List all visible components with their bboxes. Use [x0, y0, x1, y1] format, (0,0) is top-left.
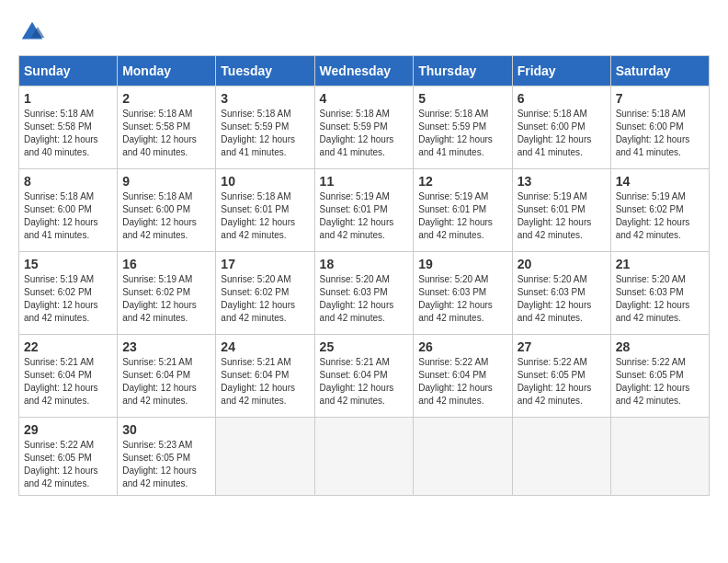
day-number: 19 [418, 257, 506, 271]
day-info: Sunrise: 5:19 AMSunset: 6:01 PMDaylight:… [518, 190, 606, 242]
day-number: 15 [24, 257, 112, 271]
calendar-cell: 14 Sunrise: 5:19 AMSunset: 6:02 PMDaylig… [610, 169, 709, 252]
day-header-thursday: Thursday [414, 56, 512, 86]
calendar-cell: 25 Sunrise: 5:21 AMSunset: 6:04 PMDaylig… [314, 335, 414, 418]
day-number: 6 [518, 91, 606, 106]
day-header-saturday: Saturday [610, 56, 709, 86]
calendar-cell: 22 Sunrise: 5:21 AMSunset: 6:04 PMDaylig… [19, 335, 118, 418]
page-header [18, 18, 710, 46]
day-info: Sunrise: 5:20 AMSunset: 6:02 PMDaylight:… [221, 273, 309, 325]
day-info: Sunrise: 5:21 AMSunset: 6:04 PMDaylight:… [320, 356, 409, 408]
day-info: Sunrise: 5:20 AMSunset: 6:03 PMDaylight:… [616, 273, 704, 325]
day-number: 22 [24, 339, 112, 354]
calendar-cell [512, 418, 610, 496]
calendar-cell: 28 Sunrise: 5:22 AMSunset: 6:05 PMDaylig… [610, 335, 709, 418]
calendar-cell: 26 Sunrise: 5:22 AMSunset: 6:04 PMDaylig… [414, 335, 512, 418]
day-info: Sunrise: 5:21 AMSunset: 6:04 PMDaylight:… [221, 356, 309, 408]
calendar-cell: 11 Sunrise: 5:19 AMSunset: 6:01 PMDaylig… [314, 169, 414, 252]
calendar-row: 8 Sunrise: 5:18 AMSunset: 6:00 PMDayligh… [19, 169, 710, 252]
day-info: Sunrise: 5:22 AMSunset: 6:04 PMDaylight:… [418, 356, 506, 408]
calendar-cell: 4 Sunrise: 5:18 AMSunset: 5:59 PMDayligh… [314, 86, 414, 169]
calendar-cell: 6 Sunrise: 5:18 AMSunset: 6:00 PMDayligh… [512, 86, 610, 169]
calendar-cell: 1 Sunrise: 5:18 AMSunset: 5:58 PMDayligh… [19, 86, 118, 169]
day-number: 21 [616, 257, 704, 271]
calendar-table: SundayMondayTuesdayWednesdayThursdayFrid… [18, 55, 710, 496]
day-info: Sunrise: 5:20 AMSunset: 6:03 PMDaylight:… [518, 273, 606, 325]
day-number: 2 [122, 91, 210, 106]
calendar-cell [216, 418, 314, 496]
day-info: Sunrise: 5:18 AMSunset: 5:58 PMDaylight:… [122, 108, 210, 159]
logo-icon [18, 18, 46, 46]
calendar-cell: 7 Sunrise: 5:18 AMSunset: 6:00 PMDayligh… [610, 86, 709, 169]
day-number: 23 [122, 339, 210, 354]
calendar-cell: 23 Sunrise: 5:21 AMSunset: 6:04 PMDaylig… [118, 335, 216, 418]
day-number: 26 [418, 339, 506, 354]
day-info: Sunrise: 5:19 AMSunset: 6:01 PMDaylight:… [418, 190, 506, 242]
calendar-row: 22 Sunrise: 5:21 AMSunset: 6:04 PMDaylig… [19, 335, 710, 418]
day-number: 11 [320, 174, 409, 189]
calendar-row: 29 Sunrise: 5:22 AMSunset: 6:05 PMDaylig… [19, 418, 710, 496]
day-info: Sunrise: 5:20 AMSunset: 6:03 PMDaylight:… [320, 273, 409, 325]
day-number: 30 [122, 422, 210, 437]
day-number: 7 [616, 91, 704, 106]
day-number: 28 [616, 339, 704, 354]
calendar-cell [314, 418, 414, 496]
calendar-cell: 15 Sunrise: 5:19 AMSunset: 6:02 PMDaylig… [19, 252, 118, 335]
calendar-cell: 8 Sunrise: 5:18 AMSunset: 6:00 PMDayligh… [19, 169, 118, 252]
day-info: Sunrise: 5:18 AMSunset: 6:01 PMDaylight:… [221, 190, 309, 242]
calendar-row: 1 Sunrise: 5:18 AMSunset: 5:58 PMDayligh… [19, 86, 710, 169]
calendar-cell: 17 Sunrise: 5:20 AMSunset: 6:02 PMDaylig… [216, 252, 314, 335]
day-number: 8 [24, 174, 112, 189]
calendar-cell: 9 Sunrise: 5:18 AMSunset: 6:00 PMDayligh… [118, 169, 216, 252]
day-info: Sunrise: 5:23 AMSunset: 6:05 PMDaylight:… [122, 439, 210, 490]
day-number: 3 [221, 91, 309, 106]
day-number: 4 [320, 91, 409, 106]
day-number: 5 [418, 91, 506, 106]
calendar-cell: 16 Sunrise: 5:19 AMSunset: 6:02 PMDaylig… [118, 252, 216, 335]
calendar-row: 15 Sunrise: 5:19 AMSunset: 6:02 PMDaylig… [19, 252, 710, 335]
day-info: Sunrise: 5:19 AMSunset: 6:02 PMDaylight:… [122, 273, 210, 325]
day-number: 18 [320, 257, 409, 271]
logo [18, 18, 50, 46]
day-info: Sunrise: 5:18 AMSunset: 5:59 PMDaylight:… [418, 108, 506, 159]
day-info: Sunrise: 5:18 AMSunset: 6:00 PMDaylight:… [616, 108, 704, 159]
day-info: Sunrise: 5:22 AMSunset: 6:05 PMDaylight:… [518, 356, 606, 408]
calendar-cell: 5 Sunrise: 5:18 AMSunset: 5:59 PMDayligh… [414, 86, 512, 169]
day-info: Sunrise: 5:18 AMSunset: 6:00 PMDaylight:… [518, 108, 606, 159]
day-number: 10 [221, 174, 309, 189]
day-info: Sunrise: 5:18 AMSunset: 5:58 PMDaylight:… [24, 108, 112, 159]
calendar-cell: 19 Sunrise: 5:20 AMSunset: 6:03 PMDaylig… [414, 252, 512, 335]
day-info: Sunrise: 5:18 AMSunset: 5:59 PMDaylight:… [221, 108, 309, 159]
calendar-header-row: SundayMondayTuesdayWednesdayThursdayFrid… [19, 56, 710, 86]
calendar-cell [610, 418, 709, 496]
day-info: Sunrise: 5:18 AMSunset: 6:00 PMDaylight:… [24, 190, 112, 242]
day-number: 27 [518, 339, 606, 354]
day-header-monday: Monday [118, 56, 216, 86]
calendar-cell: 20 Sunrise: 5:20 AMSunset: 6:03 PMDaylig… [512, 252, 610, 335]
day-info: Sunrise: 5:21 AMSunset: 6:04 PMDaylight:… [122, 356, 210, 408]
calendar-cell: 29 Sunrise: 5:22 AMSunset: 6:05 PMDaylig… [19, 418, 118, 496]
day-number: 13 [518, 174, 606, 189]
day-number: 14 [616, 174, 704, 189]
day-info: Sunrise: 5:18 AMSunset: 6:00 PMDaylight:… [122, 190, 210, 242]
day-info: Sunrise: 5:18 AMSunset: 5:59 PMDaylight:… [320, 108, 409, 159]
calendar-cell: 10 Sunrise: 5:18 AMSunset: 6:01 PMDaylig… [216, 169, 314, 252]
day-number: 20 [518, 257, 606, 271]
day-info: Sunrise: 5:22 AMSunset: 6:05 PMDaylight:… [24, 439, 112, 490]
day-number: 25 [320, 339, 409, 354]
day-info: Sunrise: 5:20 AMSunset: 6:03 PMDaylight:… [418, 273, 506, 325]
calendar-cell: 18 Sunrise: 5:20 AMSunset: 6:03 PMDaylig… [314, 252, 414, 335]
calendar-cell: 12 Sunrise: 5:19 AMSunset: 6:01 PMDaylig… [414, 169, 512, 252]
calendar-cell: 3 Sunrise: 5:18 AMSunset: 5:59 PMDayligh… [216, 86, 314, 169]
day-number: 24 [221, 339, 309, 354]
day-number: 1 [24, 91, 112, 106]
day-header-sunday: Sunday [19, 56, 118, 86]
calendar-cell: 2 Sunrise: 5:18 AMSunset: 5:58 PMDayligh… [118, 86, 216, 169]
day-header-wednesday: Wednesday [314, 56, 414, 86]
calendar-cell: 27 Sunrise: 5:22 AMSunset: 6:05 PMDaylig… [512, 335, 610, 418]
day-info: Sunrise: 5:19 AMSunset: 6:02 PMDaylight:… [24, 273, 112, 325]
day-number: 12 [418, 174, 506, 189]
calendar-cell: 30 Sunrise: 5:23 AMSunset: 6:05 PMDaylig… [118, 418, 216, 496]
day-number: 29 [24, 422, 112, 437]
calendar-cell: 24 Sunrise: 5:21 AMSunset: 6:04 PMDaylig… [216, 335, 314, 418]
